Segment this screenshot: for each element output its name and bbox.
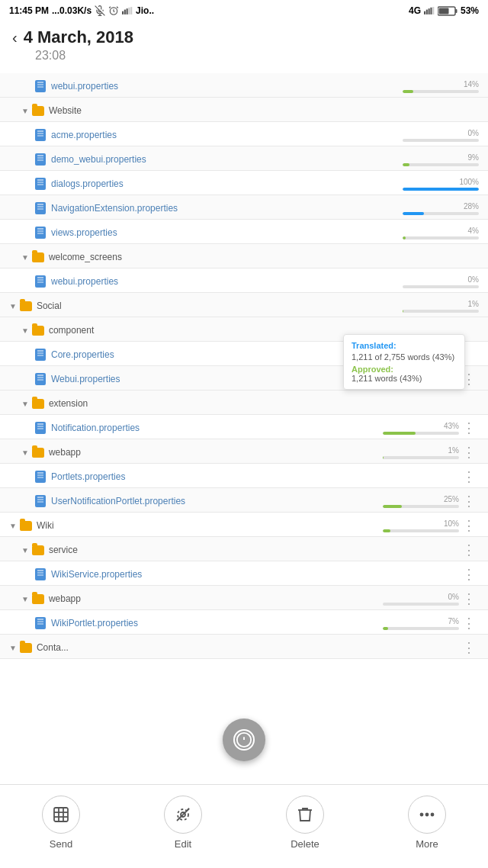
- file-row[interactable]: NavigationExtension.properties28%: [0, 195, 488, 220]
- progress-bar-bg: [403, 188, 479, 191]
- svg-point-26: [421, 814, 423, 816]
- more-action[interactable]: More: [381, 796, 473, 850]
- file-row[interactable]: ▼service⋮: [0, 537, 488, 561]
- file-icon: [34, 226, 47, 240]
- svg-rect-13: [432, 7, 434, 14]
- folder-name: Website: [49, 105, 479, 116]
- file-icon: [34, 79, 47, 93]
- folder-name: webapp: [49, 447, 375, 458]
- file-row[interactable]: webui.properties0%: [0, 268, 488, 293]
- file-icon: [34, 128, 47, 142]
- svg-rect-10: [426, 10, 428, 14]
- progress-area: 0%: [395, 129, 479, 142]
- back-button[interactable]: ‹: [12, 29, 18, 47]
- dots-menu-button[interactable]: ⋮: [459, 517, 479, 534]
- progress-pct: 7%: [448, 617, 459, 625]
- file-row[interactable]: ▼welcome_screens: [0, 244, 488, 268]
- file-icon: [34, 616, 47, 630]
- folder-icon: [19, 641, 33, 654]
- file-row[interactable]: views.properties4%: [0, 220, 488, 244]
- network-type: 4G: [409, 5, 421, 16]
- progress-pct: 0%: [468, 275, 479, 284]
- file-name: webui.properties: [51, 276, 395, 287]
- progress-bar-bg: [383, 505, 459, 508]
- folder-icon: [31, 250, 45, 264]
- dots-menu-button[interactable]: ⋮: [459, 493, 479, 510]
- folder-name: Wiki: [37, 520, 375, 531]
- progress-pct: 9%: [468, 153, 479, 162]
- file-row[interactable]: WikiService.properties⋮: [0, 561, 488, 586]
- file-row[interactable]: ▼Conta...⋮: [0, 635, 488, 659]
- folder-icon: [31, 592, 45, 606]
- fab-icon: [233, 729, 255, 751]
- file-row[interactable]: Portlets.properties⋮: [0, 464, 488, 488]
- dots-menu-button[interactable]: ⋮: [459, 639, 479, 656]
- file-row[interactable]: ▼extension: [0, 391, 488, 415]
- progress-pct: 0%: [448, 593, 459, 601]
- status-time: 11:45 PM: [9, 5, 49, 16]
- dots-menu-button[interactable]: ⋮: [459, 566, 479, 583]
- file-row[interactable]: ▼Wiki10%⋮: [0, 513, 488, 537]
- file-name: WikiPortlet.properties: [51, 618, 375, 628]
- progress-pct: 4%: [468, 227, 479, 235]
- file-icon: [34, 494, 47, 508]
- send-label: Send: [50, 838, 72, 850]
- send-action[interactable]: Send: [15, 796, 107, 850]
- file-row[interactable]: WikiPortlet.properties7%⋮: [0, 610, 488, 635]
- progress-bar-fill: [403, 163, 409, 166]
- dots-menu-button[interactable]: ⋮: [459, 590, 479, 607]
- folder-name: Conta...: [37, 642, 459, 653]
- progress-bar-bg: [383, 529, 459, 532]
- folder-name: Social: [37, 301, 395, 311]
- tooltip-translated-label: Translated:: [352, 341, 457, 350]
- 4g-signal-icon: [424, 7, 435, 14]
- file-row[interactable]: webui.properties14%: [0, 73, 488, 98]
- dots-menu-button[interactable]: ⋮: [459, 542, 479, 558]
- progress-bar-fill: [403, 188, 479, 191]
- edit-label: Edit: [175, 838, 191, 850]
- progress-area: 7%: [375, 617, 459, 630]
- bottom-bar: Send Edit Delete: [0, 784, 488, 868]
- dots-menu-button[interactable]: ⋮: [459, 444, 479, 461]
- file-row[interactable]: Notification.properties43%⋮: [0, 415, 488, 439]
- file-row[interactable]: Core.propertiesTranslated:1,211 of 2,755…: [0, 342, 488, 366]
- file-row[interactable]: ▼Social1%: [0, 293, 488, 317]
- fab-button[interactable]: [223, 719, 265, 761]
- dots-menu-button[interactable]: ⋮: [459, 615, 479, 632]
- mute-icon: [95, 5, 105, 16]
- file-tree: webui.properties14%▼Websiteacme.properti…: [0, 73, 488, 659]
- folder-name: welcome_screens: [49, 252, 479, 262]
- progress-bar-fill: [383, 627, 388, 630]
- file-icon: [34, 421, 47, 435]
- file-row[interactable]: dialogs.properties100%: [0, 171, 488, 195]
- dots-menu-button[interactable]: ⋮: [459, 468, 479, 485]
- file-row[interactable]: ▼webapp1%⋮: [0, 439, 488, 464]
- file-name: Webui.properties: [51, 374, 375, 384]
- progress-bar-fill: [403, 236, 406, 240]
- progress-area: 28%: [395, 202, 479, 215]
- tooltip-translated-value: 1,211 of 2,755 words (43%): [352, 352, 457, 362]
- delete-action[interactable]: Delete: [259, 796, 351, 850]
- file-row[interactable]: UserNotificationPortlet.properties25%⋮: [0, 488, 488, 513]
- svg-rect-15: [455, 9, 458, 13]
- folder-icon: [19, 299, 33, 313]
- progress-pct: 1%: [468, 300, 479, 308]
- folder-name: service: [49, 545, 459, 555]
- svg-point-27: [426, 814, 429, 816]
- progress-bar-bg: [403, 310, 479, 313]
- svg-rect-5: [124, 10, 126, 14]
- svg-rect-6: [127, 8, 128, 14]
- file-name: demo_webui.properties: [51, 154, 395, 165]
- dots-menu-button[interactable]: ⋮: [459, 420, 479, 436]
- file-icon: [34, 275, 47, 288]
- file-name: WikiService.properties: [51, 569, 459, 580]
- progress-pct: 14%: [464, 80, 479, 88]
- edit-action[interactable]: Edit: [137, 796, 229, 850]
- progress-bar-fill: [383, 432, 416, 435]
- file-row[interactable]: acme.properties0%: [0, 122, 488, 146]
- file-row[interactable]: demo_webui.properties9%: [0, 146, 488, 171]
- file-row[interactable]: ▼Website: [0, 98, 488, 122]
- file-icon: [34, 201, 47, 215]
- delete-icon: [296, 805, 314, 824]
- file-row[interactable]: ▼webapp0%⋮: [0, 586, 488, 610]
